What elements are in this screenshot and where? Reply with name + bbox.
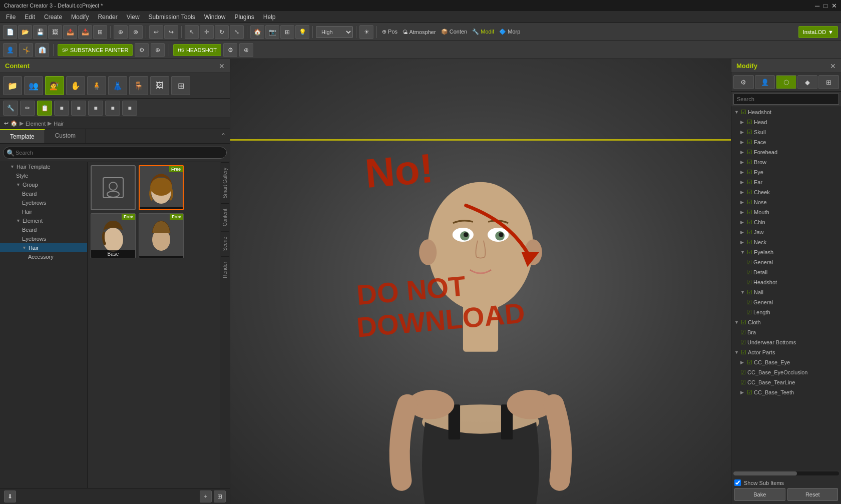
content-panel-close[interactable]: ✕: [219, 62, 225, 70]
content-image-icon[interactable]: 🖼: [150, 76, 169, 95]
menu-create[interactable]: Create: [40, 13, 66, 22]
center-btn[interactable]: ⊕: [114, 25, 128, 39]
mod-cc-tearline[interactable]: ☑ CC_Base_TearLine: [731, 377, 841, 387]
scale-btn[interactable]: ⤡: [230, 25, 244, 39]
content-add-btn[interactable]: +: [200, 490, 212, 502]
select-btn[interactable]: ↖: [185, 25, 199, 39]
window-controls[interactable]: ─ □ ✕: [815, 2, 837, 10]
move-btn[interactable]: ✛: [200, 25, 214, 39]
menu-render[interactable]: Render: [94, 13, 121, 22]
mod-cheek[interactable]: ▶ ☑ Cheek: [731, 187, 841, 197]
content-cloth-icon[interactable]: 👗: [108, 76, 127, 95]
bc-element[interactable]: Element: [26, 121, 46, 127]
home-btn[interactable]: 🏠: [250, 25, 264, 39]
grid-btn[interactable]: ⊞: [93, 25, 107, 39]
frame-btn[interactable]: ⊞: [280, 25, 294, 39]
close-btn[interactable]: ✕: [831, 2, 837, 10]
mod-cloth[interactable]: ▼ ☑ Cloth: [731, 317, 841, 327]
content-frame-icon[interactable]: ⊞: [171, 76, 190, 95]
side-tab-scene[interactable]: Scene: [221, 231, 229, 256]
undo-btn[interactable]: ↩: [149, 25, 163, 39]
undo-arrow-icon[interactable]: ↩: [4, 120, 9, 127]
mod-eyelash-general[interactable]: ☑ General: [731, 257, 841, 267]
substance-settings-btn[interactable]: ⚙: [135, 43, 149, 57]
menu-edit[interactable]: Edit: [21, 13, 39, 22]
content-down-btn[interactable]: ⬇: [4, 490, 16, 502]
content-search-input[interactable]: [3, 147, 227, 159]
rotate-btn[interactable]: ↻: [215, 25, 229, 39]
side-tab-smart-gallery[interactable]: Smart Gallery: [221, 162, 229, 203]
substance-extra-btn[interactable]: ⊕: [151, 43, 165, 57]
mod-forehead[interactable]: ▶ ☑ Forehead: [731, 147, 841, 157]
content-folder-icon[interactable]: 📁: [3, 76, 22, 95]
grid-item-hair2[interactable]: Free Base: [91, 213, 136, 258]
pose-btn[interactable]: 🤸: [19, 43, 33, 57]
side-tab-content[interactable]: Content: [221, 203, 229, 231]
menu-window[interactable]: Window: [200, 13, 230, 22]
sun-btn[interactable]: ☀: [359, 25, 373, 39]
tree-hair-group[interactable]: Hair: [0, 207, 87, 216]
minimize-btn[interactable]: ─: [815, 2, 819, 10]
menu-modify[interactable]: Modify: [67, 13, 93, 22]
menu-submission[interactable]: Submission Tools: [145, 13, 199, 22]
content-small-1[interactable]: 🔧: [3, 101, 18, 116]
new-btn[interactable]: 📄: [3, 25, 17, 39]
substance-painter-btn[interactable]: SP SUBSTANCE PAINTER: [58, 44, 133, 56]
headshot-settings-btn[interactable]: ⚙: [223, 43, 237, 57]
mod-nail[interactable]: ▼ ☑ Nail: [731, 287, 841, 297]
content-body-icon[interactable]: 🧍: [87, 76, 106, 95]
tab-custom[interactable]: Custom: [45, 129, 86, 143]
content-small-8[interactable]: ■: [122, 101, 137, 116]
modify-tab-shape[interactable]: ⬡: [776, 75, 796, 89]
bc-hair[interactable]: Hair: [54, 121, 64, 127]
export-btn[interactable]: 📤: [63, 25, 77, 39]
grid-item-folder[interactable]: [91, 165, 136, 210]
tree-eyebrows-group[interactable]: Eyebrows: [0, 198, 87, 207]
headshot-extra-btn[interactable]: ⊕: [239, 43, 253, 57]
mod-cc-teeth[interactable]: ▶ ☑ CC_Base_Teeth: [731, 387, 841, 397]
content-small-5[interactable]: ■: [71, 101, 86, 116]
mod-eyelash-headshot[interactable]: ☑ Headshot: [731, 277, 841, 287]
save-btn[interactable]: 💾: [33, 25, 47, 39]
tree-accessory[interactable]: Accessory: [0, 252, 87, 261]
tree-hair-template[interactable]: ▼ Hair Template: [0, 162, 87, 171]
mod-skull[interactable]: ▶ ☑ Skull: [731, 127, 841, 137]
quality-select[interactable]: High Medium Low: [316, 26, 353, 38]
tree-beard-group[interactable]: Beard: [0, 189, 87, 198]
mod-eyelash[interactable]: ▼ ☑ Eyelash: [731, 247, 841, 257]
content-small-3[interactable]: 📋: [37, 101, 52, 116]
mod-bra[interactable]: ☑ Bra: [731, 327, 841, 337]
mod-head[interactable]: ▶ ☑ Head: [731, 117, 841, 127]
content-character-icon[interactable]: 👥: [24, 76, 43, 95]
mod-eye[interactable]: ▶ ☑ Eye: [731, 167, 841, 177]
headshot-btn[interactable]: HS HEADSHOT: [173, 44, 221, 56]
tab-collapse-btn[interactable]: ⌃: [217, 129, 230, 143]
tree-hair-elem[interactable]: ▼ Hair: [0, 243, 87, 252]
screenshot-btn[interactable]: 🖼: [48, 25, 62, 39]
modify-tab-body[interactable]: 👤: [755, 75, 775, 89]
mod-nail-general[interactable]: ☑ General: [731, 297, 841, 307]
tree-eyebrows-elem[interactable]: Eyebrows: [0, 234, 87, 243]
bake-button[interactable]: Bake: [734, 488, 785, 501]
content-small-2[interactable]: ✏: [20, 101, 35, 116]
mod-underwear[interactable]: ☑ Underwear Bottoms: [731, 337, 841, 347]
mod-eyelash-detail[interactable]: ☑ Detail: [731, 267, 841, 277]
redo-btn[interactable]: ↪: [164, 25, 178, 39]
mod-chin[interactable]: ▶ ☑ Chin: [731, 217, 841, 227]
tree-element[interactable]: ▼ Element: [0, 216, 87, 225]
content-prop-icon[interactable]: 🪑: [129, 76, 148, 95]
menu-help[interactable]: Help: [259, 13, 280, 22]
menu-view[interactable]: View: [123, 13, 144, 22]
maximize-btn[interactable]: □: [823, 2, 827, 10]
instalod-btn[interactable]: InstaLOD ▼: [798, 26, 838, 38]
char-btn[interactable]: 👤: [3, 43, 17, 57]
scrollbar-track[interactable]: [733, 471, 839, 475]
scrollbar-thumb[interactable]: [733, 471, 797, 475]
tab-template[interactable]: Template: [0, 129, 45, 143]
mod-face[interactable]: ▶ ☑ Face: [731, 137, 841, 147]
accessory-btn[interactable]: 👔: [35, 43, 49, 57]
grid-item-hair1[interactable]: Free: [139, 165, 184, 210]
reset-button[interactable]: Reset: [787, 488, 838, 501]
home-breadcrumb-icon[interactable]: 🏠: [11, 120, 18, 127]
content-small-6[interactable]: ■: [88, 101, 103, 116]
